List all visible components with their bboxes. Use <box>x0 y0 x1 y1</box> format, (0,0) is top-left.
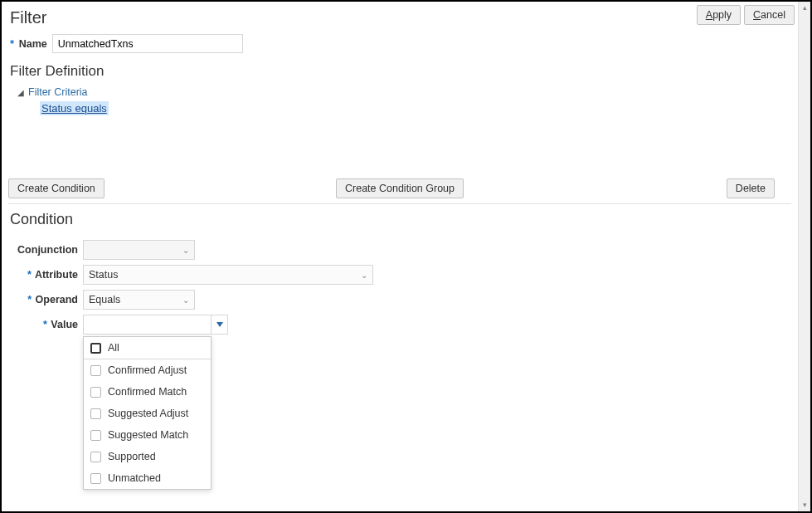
create-condition-group-button[interactable]: Create Condition Group <box>336 178 464 198</box>
attribute-label: * Attribute <box>8 269 83 281</box>
value-option-label: Confirmed Match <box>108 386 187 398</box>
tree-node-selected[interactable]: Status equals <box>40 101 109 115</box>
tree-collapse-icon[interactable]: ◢ <box>17 88 25 97</box>
value-option-label: Suggested Match <box>108 429 188 441</box>
value-option[interactable]: Confirmed Match <box>84 381 211 403</box>
chevron-down-icon: ⌄ <box>182 296 189 305</box>
page-title: Filter <box>10 8 791 27</box>
value-option-label: Suggested Adjust <box>108 408 188 419</box>
attribute-select[interactable]: Status ⌄ <box>83 265 373 285</box>
attribute-value: Status <box>89 269 118 281</box>
chevron-down-icon: ⌄ <box>182 246 189 255</box>
operand-value: Equals <box>89 294 120 305</box>
value-option-label: Unmatched <box>108 472 161 484</box>
scrollbar-track[interactable] <box>799 14 810 499</box>
value-option-label: Supported <box>108 451 156 462</box>
value-dropdown-button[interactable] <box>212 315 228 335</box>
value-input[interactable] <box>83 315 212 335</box>
value-dropdown-list: AllConfirmed AdjustConfirmed MatchSugges… <box>83 336 212 490</box>
triangle-down-icon <box>216 322 223 327</box>
vertical-scrollbar[interactable]: ▴ ▾ <box>798 2 810 511</box>
value-option[interactable]: Unmatched <box>84 467 211 489</box>
filter-criteria-tree: ◢ Filter Criteria Status equals <box>17 85 791 115</box>
chevron-down-icon: ⌄ <box>361 271 367 280</box>
checkbox-icon <box>90 473 101 484</box>
name-label: * Name <box>10 37 47 50</box>
checkbox-icon <box>90 343 101 354</box>
value-option[interactable]: Confirmed Adjust <box>84 359 211 381</box>
value-option[interactable]: Suggested Match <box>84 424 211 446</box>
cancel-button[interactable]: Cancel <box>744 5 795 25</box>
filter-definition-title: Filter Definition <box>10 63 791 80</box>
operand-label: * Operand <box>8 294 83 305</box>
value-option-label: Confirmed Adjust <box>108 364 187 376</box>
value-label: * Value <box>8 319 83 330</box>
tree-root-label[interactable]: Filter Criteria <box>28 86 88 98</box>
create-condition-button[interactable]: Create Condition <box>8 178 105 198</box>
checkbox-icon <box>90 365 101 376</box>
checkbox-icon <box>90 430 101 441</box>
checkbox-icon <box>90 408 101 419</box>
value-option[interactable]: Supported <box>84 446 211 467</box>
condition-title: Condition <box>10 211 791 228</box>
scroll-down-icon[interactable]: ▾ <box>799 499 811 511</box>
checkbox-icon <box>90 452 101 462</box>
checkbox-icon <box>90 387 101 398</box>
value-option[interactable]: All <box>84 337 211 359</box>
tree-root[interactable]: ◢ Filter Criteria <box>17 85 791 100</box>
apply-button[interactable]: Apply <box>697 5 741 25</box>
scroll-up-icon[interactable]: ▴ <box>799 2 811 14</box>
name-input[interactable] <box>52 34 243 53</box>
conjunction-select[interactable]: ⌄ <box>83 240 195 260</box>
delete-button[interactable]: Delete <box>727 178 775 198</box>
operand-select[interactable]: Equals ⌄ <box>83 290 195 310</box>
conjunction-label: Conjunction <box>8 244 83 256</box>
svg-marker-0 <box>216 322 223 327</box>
value-option[interactable]: Suggested Adjust <box>84 403 211 424</box>
value-option-label: All <box>108 342 119 354</box>
